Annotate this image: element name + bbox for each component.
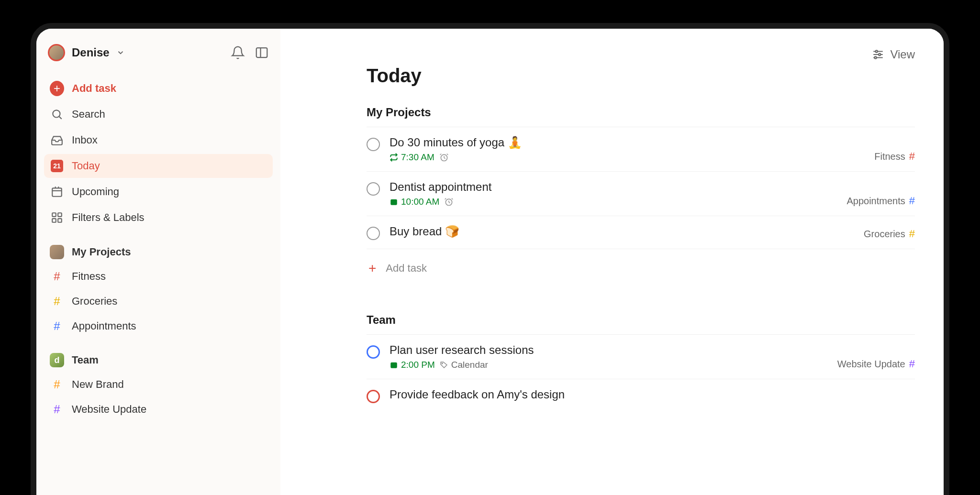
search-icon bbox=[50, 107, 64, 121]
task-group-my-projects: My Projects Do 30 minutes of yoga 🧘 7:30… bbox=[367, 106, 915, 299]
svg-point-15 bbox=[879, 54, 880, 55]
task-time: 10:00 AM bbox=[390, 197, 439, 207]
add-task-button[interactable]: + Add task bbox=[44, 77, 273, 100]
task-time-text: 2:00 PM bbox=[401, 360, 435, 370]
team-avatar-letter: d bbox=[55, 355, 60, 365]
calendar-chip-icon bbox=[390, 198, 398, 206]
section-header-team[interactable]: d Team bbox=[44, 340, 273, 371]
task-project-label: Fitness bbox=[874, 151, 905, 162]
alarm-icon bbox=[444, 197, 454, 207]
chevron-down-icon bbox=[116, 48, 125, 57]
calendar-grid-icon bbox=[50, 185, 64, 199]
project-groceries[interactable]: # Groceries bbox=[44, 290, 273, 313]
hash-icon: # bbox=[909, 228, 915, 240]
task-row[interactable]: Plan user research sessions 2:00 PM Cale… bbox=[367, 335, 915, 379]
plus-icon: + bbox=[368, 261, 376, 276]
page-title: Today bbox=[367, 44, 915, 106]
svg-rect-10 bbox=[52, 219, 56, 222]
section-title: My Projects bbox=[72, 246, 131, 258]
add-task-inline[interactable]: + Add task bbox=[367, 249, 915, 299]
svg-line-21 bbox=[440, 154, 441, 155]
task-body: Provide feedback on Amy's design bbox=[390, 388, 915, 401]
task-title: Do 30 minutes of yoga 🧘 bbox=[390, 136, 915, 149]
task-checkbox[interactable] bbox=[367, 390, 380, 403]
nav-today[interactable]: 21 Today bbox=[44, 154, 273, 178]
main-content: View Today My Projects Do 30 minutes of … bbox=[280, 29, 944, 495]
task-row[interactable]: Buy bread 🍞 Groceries # bbox=[367, 216, 915, 249]
task-project-label: Appointments bbox=[846, 196, 905, 207]
view-button[interactable]: View bbox=[872, 48, 915, 61]
nav-label: Upcoming bbox=[72, 186, 119, 198]
svg-rect-29 bbox=[390, 363, 397, 368]
svg-point-2 bbox=[53, 110, 60, 117]
project-website-update[interactable]: # Website Update bbox=[44, 398, 273, 421]
svg-point-13 bbox=[876, 50, 878, 52]
task-body: Plan user research sessions 2:00 PM Cale… bbox=[390, 343, 915, 370]
view-button-label: View bbox=[890, 48, 915, 61]
task-title: Buy bread 🍞 bbox=[390, 225, 915, 238]
nav-label: Filters & Labels bbox=[72, 211, 145, 224]
nav-label: Inbox bbox=[72, 134, 98, 146]
task-project-label: Groceries bbox=[864, 229, 905, 240]
grid-icon bbox=[50, 210, 64, 225]
task-checkbox[interactable] bbox=[367, 227, 380, 240]
task-meta: 2:00 PM Calendar bbox=[390, 360, 915, 370]
hash-icon: # bbox=[909, 150, 915, 163]
task-body: Do 30 minutes of yoga 🧘 7:30 AM bbox=[390, 136, 915, 163]
team-avatar: d bbox=[50, 353, 64, 367]
panel-toggle-icon[interactable] bbox=[255, 45, 269, 60]
project-label: Fitness bbox=[72, 270, 106, 283]
task-title: Plan user research sessions bbox=[390, 343, 915, 357]
today-icon: 21 bbox=[50, 159, 64, 173]
task-checkbox[interactable] bbox=[367, 345, 380, 359]
task-checkbox[interactable] bbox=[367, 138, 380, 151]
task-row[interactable]: Do 30 minutes of yoga 🧘 7:30 AM Fitness … bbox=[367, 127, 915, 172]
project-appointments[interactable]: # Appointments bbox=[44, 315, 273, 338]
task-row[interactable]: Provide feedback on Amy's design bbox=[367, 379, 915, 412]
hash-icon: # bbox=[50, 378, 64, 391]
alarm-icon bbox=[439, 153, 449, 162]
project-fitness[interactable]: # Fitness bbox=[44, 265, 273, 288]
nav-label: Today bbox=[72, 160, 100, 172]
task-project-tag[interactable]: Appointments # bbox=[846, 195, 915, 207]
svg-line-26 bbox=[449, 202, 450, 203]
task-body: Dentist appointment 10:00 AM bbox=[390, 180, 915, 207]
svg-line-20 bbox=[444, 158, 445, 159]
group-title: Team bbox=[367, 313, 915, 335]
hash-icon: # bbox=[50, 270, 64, 283]
task-checkbox[interactable] bbox=[367, 182, 380, 196]
project-label: Groceries bbox=[72, 295, 117, 308]
task-time: 2:00 PM bbox=[390, 360, 435, 370]
section-header-my-projects[interactable]: My Projects bbox=[44, 231, 273, 263]
svg-rect-0 bbox=[256, 48, 267, 57]
bell-icon[interactable] bbox=[231, 45, 245, 60]
svg-line-3 bbox=[59, 117, 62, 119]
svg-rect-11 bbox=[58, 219, 62, 222]
user-name: Denise bbox=[72, 46, 110, 59]
task-project-tag[interactable]: Groceries # bbox=[864, 228, 915, 240]
task-time-text: 7:30 AM bbox=[401, 152, 434, 163]
user-menu[interactable]: Denise bbox=[48, 44, 125, 61]
task-time: 7:30 AM bbox=[390, 152, 434, 163]
sidebar: Denise + Add task Search bbox=[36, 29, 280, 495]
add-task-inline-label: Add task bbox=[386, 262, 427, 275]
nav-filters[interactable]: Filters & Labels bbox=[44, 206, 273, 230]
svg-point-17 bbox=[875, 56, 877, 58]
task-time-text: 10:00 AM bbox=[401, 197, 439, 207]
calendar-chip-icon bbox=[390, 361, 398, 369]
task-meta: 7:30 AM bbox=[390, 152, 915, 163]
hash-icon: # bbox=[909, 358, 915, 370]
svg-rect-23 bbox=[390, 199, 397, 205]
task-project-tag[interactable]: Fitness # bbox=[874, 150, 915, 163]
nav-upcoming[interactable]: Upcoming bbox=[44, 180, 273, 204]
project-label: New Brand bbox=[72, 378, 124, 391]
today-date-badge: 21 bbox=[51, 160, 63, 172]
task-row[interactable]: Dentist appointment 10:00 AM Appointment… bbox=[367, 172, 915, 216]
task-project-label: Website Update bbox=[837, 359, 905, 370]
svg-rect-4 bbox=[52, 188, 62, 196]
project-new-brand[interactable]: # New Brand bbox=[44, 373, 273, 396]
task-project-tag[interactable]: Website Update # bbox=[837, 358, 915, 370]
nav-search[interactable]: Search bbox=[44, 102, 273, 126]
nav-inbox[interactable]: Inbox bbox=[44, 128, 273, 152]
group-title: My Projects bbox=[367, 106, 915, 127]
